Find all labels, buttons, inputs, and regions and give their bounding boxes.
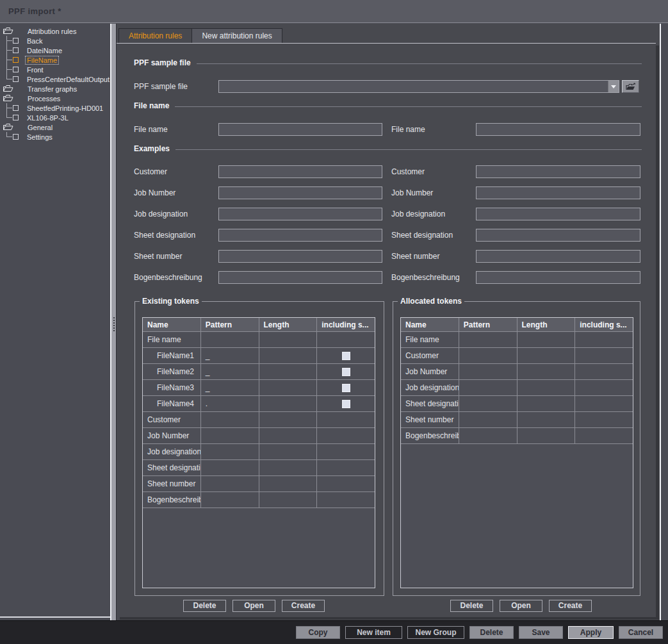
save-button[interactable]: Save [519, 626, 563, 639]
token-row-filename4[interactable]: FileName4. [143, 396, 375, 412]
tree-item-sheetfedprinting-hd001[interactable]: SheetfedPrinting-HD001 [0, 103, 110, 113]
token-row-sheet-number[interactable]: Sheet number [401, 412, 633, 428]
include-checkbox[interactable] [342, 352, 350, 360]
tree-checkbox[interactable] [13, 105, 19, 111]
existing-delete-button[interactable]: Delete [183, 600, 226, 612]
include-cell [317, 332, 375, 347]
example-customer-label-right: Customer [391, 165, 425, 178]
file-name-input-left[interactable] [218, 123, 382, 136]
tree-item-back[interactable]: Back [0, 36, 110, 45]
dropdown-arrow-icon[interactable] [608, 81, 619, 92]
token-row-bogenbeschreibung[interactable]: Bogenbeschreibung [143, 492, 375, 508]
column-header-length[interactable]: Length [259, 318, 318, 331]
column-header-length[interactable]: Length [517, 318, 576, 331]
tree-item-front[interactable]: Front [0, 65, 110, 74]
tree-folder-general[interactable]: General [0, 122, 110, 132]
copy-button[interactable]: Copy [296, 626, 340, 639]
include-checkbox[interactable] [342, 400, 350, 408]
example-job-designation-input-left[interactable] [218, 208, 382, 220]
example-customer-input-left[interactable] [218, 165, 382, 178]
apply-button[interactable]: Apply [568, 626, 614, 639]
tree-item-dateiname[interactable]: DateiName [0, 45, 110, 55]
tree-connector-icon [6, 65, 12, 70]
cancel-button[interactable]: Cancel [619, 626, 663, 639]
token-row-job-number[interactable]: Job Number [143, 428, 375, 444]
tab-attribution-rules[interactable]: Attribution rules [118, 28, 192, 43]
token-row-sheet-designation[interactable]: Sheet designation [143, 460, 375, 476]
existing-tokens-table[interactable]: NamePatternLengthincluding s...File name… [142, 317, 375, 588]
token-row-filename1[interactable]: FileName1_ [143, 348, 375, 364]
file-name-label-right: File name [391, 123, 425, 136]
token-row-sheet-number[interactable]: Sheet number [143, 476, 375, 492]
token-row-job-number[interactable]: Job Number [401, 364, 633, 380]
example-job-number-input-right[interactable] [476, 186, 640, 199]
token-row-filename3[interactable]: FileName3_ [143, 380, 375, 396]
example-sheet-number-input-left[interactable] [218, 250, 382, 263]
token-row-customer[interactable]: Customer [401, 348, 633, 364]
pattern-cell [459, 396, 517, 411]
tree-checkbox[interactable] [13, 47, 19, 53]
include-checkbox[interactable] [342, 368, 350, 376]
length-cell [259, 412, 318, 427]
column-header-including-s[interactable]: including s... [317, 318, 375, 331]
tree-folder-transfer-graphs[interactable]: Transfer graphs [0, 84, 110, 94]
example-customer-input-right[interactable] [476, 165, 640, 178]
delete-button[interactable]: Delete [469, 626, 514, 639]
tree-item-label: Back [26, 37, 44, 45]
column-header-including-s[interactable]: including s... [575, 318, 633, 331]
token-row-sheet-designation[interactable]: Sheet designation [401, 396, 633, 412]
tree-folder-processes[interactable]: Processes [0, 94, 110, 103]
example-bogenbeschreibung-input-right[interactable] [476, 271, 640, 284]
example-sheet-designation-input-right[interactable] [476, 229, 640, 242]
include-cell [575, 396, 633, 411]
file-name-input-right[interactable] [476, 123, 640, 136]
allocated-delete-button[interactable]: Delete [450, 600, 493, 612]
token-row-filename2[interactable]: FileName2_ [143, 364, 375, 380]
tree-item-settings[interactable]: Settings [0, 132, 110, 142]
tree-checkbox[interactable] [13, 115, 19, 120]
allocated-create-button[interactable]: Create [549, 600, 592, 612]
new-group-button[interactable]: New Group [407, 626, 464, 639]
tree-item-label: Transfer graphs [26, 85, 78, 93]
include-cell [575, 364, 633, 379]
example-sheet-number-label-left: Sheet number [134, 250, 182, 263]
tree-connector-icon [6, 103, 12, 108]
name-cell: Customer [401, 348, 459, 363]
ppf-sample-file-combo[interactable] [218, 80, 619, 93]
existing-create-button[interactable]: Create [282, 600, 325, 612]
tree-item-presscenterdefaultoutput[interactable]: PressCenterDefaultOutput [0, 74, 110, 84]
include-checkbox[interactable] [342, 384, 350, 392]
tree-checkbox[interactable] [13, 57, 19, 63]
tree-item-filename[interactable]: FileName [0, 55, 110, 65]
token-row-file-name[interactable]: File name [143, 332, 375, 348]
example-sheet-designation-input-left[interactable] [218, 229, 382, 242]
column-header-name[interactable]: Name [401, 318, 459, 331]
example-job-designation-input-right[interactable] [476, 208, 640, 220]
tree-checkbox[interactable] [13, 134, 19, 140]
tree-checkbox[interactable] [13, 76, 19, 82]
tree-item-xl106-8p-3l[interactable]: XL106-8P-3L [0, 113, 110, 122]
tree-folder-attribution-rules[interactable]: Attribution rules [0, 26, 110, 36]
token-row-customer[interactable]: Customer [143, 412, 375, 428]
column-header-pattern[interactable]: Pattern [459, 318, 517, 331]
column-header-pattern[interactable]: Pattern [201, 318, 259, 331]
tree-checkbox[interactable] [13, 67, 19, 72]
tree-checkbox[interactable] [13, 38, 19, 44]
example-sheet-number-input-right[interactable] [476, 250, 640, 263]
example-bogenbeschreibung-input-left[interactable] [218, 271, 382, 284]
existing-open-button[interactable]: Open [232, 600, 275, 612]
allocated-open-button[interactable]: Open [500, 600, 542, 612]
example-job-number-input-left[interactable] [218, 186, 382, 199]
new-item-button[interactable]: New item [345, 626, 402, 639]
token-row-bogenbeschreibung[interactable]: Bogenbeschreibung [401, 428, 633, 444]
tab-new-attribution-rules[interactable]: New attribution rules [192, 28, 282, 43]
token-row-job-designation[interactable]: Job designation [401, 380, 633, 396]
allocated-tokens-table[interactable]: NamePatternLengthincluding s...File name… [400, 317, 633, 588]
token-row-file-name[interactable]: File name [401, 332, 633, 348]
token-row-job-designation[interactable]: Job designation [143, 444, 375, 460]
sidebar-splitter[interactable] [110, 24, 117, 620]
column-header-name[interactable]: Name [143, 318, 201, 331]
folder-icon [3, 123, 13, 132]
browse-button[interactable] [622, 80, 639, 93]
pattern-cell: _ [201, 364, 259, 379]
